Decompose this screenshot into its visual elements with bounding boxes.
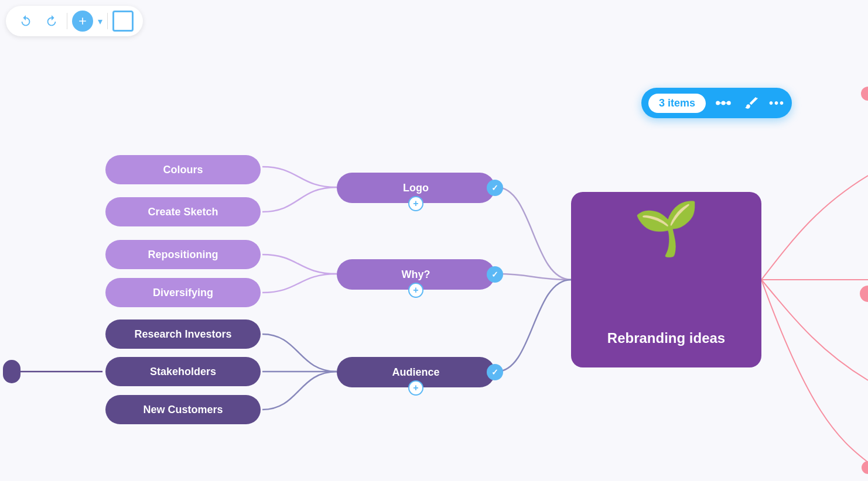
selection-toolbar: 3 items ••• bbox=[641, 88, 792, 118]
new-customers-node[interactable]: New Customers bbox=[105, 395, 261, 424]
toolbar: ▾ bbox=[6, 6, 143, 36]
create-sketch-node[interactable]: Create Sketch bbox=[105, 197, 261, 226]
deco-circle-1 bbox=[861, 87, 868, 101]
svg-point-0 bbox=[721, 101, 725, 105]
deco-circle-3 bbox=[862, 461, 868, 474]
audience-check-badge: ✓ bbox=[487, 364, 503, 380]
left-stub-node[interactable] bbox=[3, 360, 20, 383]
items-count-badge: 3 items bbox=[648, 94, 706, 113]
paint-brush-icon[interactable] bbox=[741, 92, 762, 114]
research-investors-node[interactable]: Research Investors bbox=[105, 319, 261, 349]
audience-plus-badge[interactable]: + bbox=[408, 380, 423, 396]
svg-point-2 bbox=[727, 101, 731, 105]
more-options-button[interactable]: ••• bbox=[769, 97, 785, 110]
why-plus-badge[interactable]: + bbox=[408, 283, 423, 298]
logo-check-badge: ✓ bbox=[487, 180, 503, 196]
undo-button[interactable] bbox=[15, 11, 36, 32]
add-chevron-button[interactable]: ▾ bbox=[98, 16, 102, 27]
group-icon[interactable] bbox=[713, 92, 734, 114]
repositioning-node[interactable]: Repositioning bbox=[105, 240, 261, 269]
frame-tool-button[interactable] bbox=[112, 11, 134, 32]
audience-node[interactable]: Audience ✓ + bbox=[337, 357, 495, 387]
stakeholders-node[interactable]: Stakeholders bbox=[105, 357, 261, 386]
add-button[interactable] bbox=[72, 11, 93, 32]
toolbar-divider-2 bbox=[107, 13, 108, 29]
colours-node[interactable]: Colours bbox=[105, 155, 261, 184]
why-node[interactable]: Why? ✓ + bbox=[337, 259, 495, 290]
central-node[interactable]: 🌱 Rebranding ideas bbox=[571, 192, 761, 367]
logo-plus-badge[interactable]: + bbox=[408, 196, 423, 211]
logo-node[interactable]: Logo ✓ + bbox=[337, 173, 495, 203]
toolbar-divider bbox=[67, 13, 67, 29]
diversifying-node[interactable]: Diversifying bbox=[105, 278, 261, 307]
deco-circle-2 bbox=[860, 286, 868, 302]
why-check-badge: ✓ bbox=[487, 266, 503, 283]
redo-button[interactable] bbox=[41, 11, 62, 32]
plant-visual: 🌱 bbox=[634, 198, 699, 259]
svg-point-1 bbox=[716, 101, 720, 105]
